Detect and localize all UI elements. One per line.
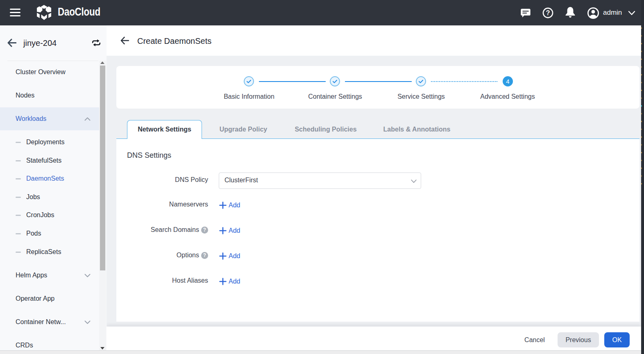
svg-text:?: ? — [546, 9, 550, 16]
